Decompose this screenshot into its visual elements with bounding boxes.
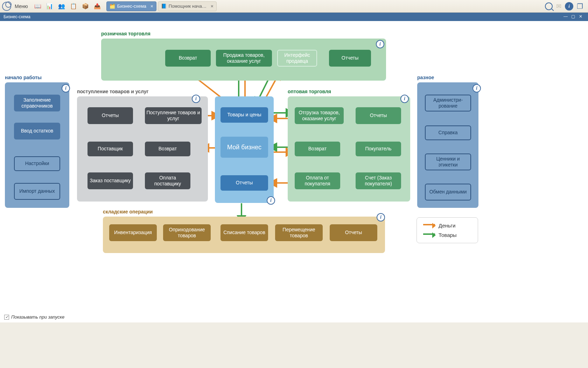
node-wh-move[interactable]: Перемещение товаров: [275, 224, 323, 241]
node-enter-bal[interactable]: Ввод остатков: [14, 123, 60, 139]
node-sup-pay[interactable]: Оплата поставщику: [145, 172, 190, 189]
node-wh-in[interactable]: Оприходование товаров: [163, 224, 211, 241]
node-c-reports[interactable]: Отчеты: [220, 175, 268, 191]
info-badge-retail[interactable]: i: [376, 40, 384, 48]
node-m-exch[interactable]: Обмен данными: [425, 184, 471, 200]
toolbar-icon-2[interactable]: 📊: [45, 1, 55, 11]
main-toolbar: Меню 📖 📊 👥 📋 📦 📤 🗂️ Бизнес-схема × 📘 Пом…: [0, 0, 588, 13]
diagram-canvas: Деньги Товары ✓ Показывать при запуске н…: [0, 21, 588, 322]
zone-title-supply: поступление товаров и услуг: [77, 89, 148, 94]
show-on-start-label: Показывать при запуске: [11, 314, 64, 320]
node-wh-rep[interactable]: Отчеты: [330, 224, 377, 241]
node-sup-order[interactable]: Заказ поставщику: [88, 172, 133, 189]
legend-goods: Товары: [423, 232, 471, 238]
tab-business-scheme[interactable]: 🗂️ Бизнес-схема ×: [106, 1, 156, 11]
mail-icon[interactable]: ✉: [556, 2, 561, 10]
toolbar-icon-5[interactable]: 📦: [80, 1, 90, 11]
window-header: Бизнес-схема — ▢ ✕: [0, 13, 588, 21]
node-m-admin[interactable]: Администри- рование: [425, 95, 471, 111]
node-sup-return[interactable]: Возврат: [145, 142, 190, 156]
menu-button[interactable]: Меню: [15, 4, 28, 9]
node-w-return[interactable]: Возврат: [295, 142, 340, 156]
node-m-help[interactable]: Справка: [425, 125, 471, 140]
info-badge-center[interactable]: i: [267, 196, 275, 205]
zone-title-whsl: оптовая торговля: [288, 89, 331, 94]
toolbar-icon-4[interactable]: 📋: [69, 1, 78, 11]
info-badge-supply[interactable]: i: [192, 95, 200, 103]
footer: ✓ Показывать при запуске: [0, 312, 69, 322]
node-ret-seller[interactable]: Интерфейс продавца: [277, 50, 317, 67]
maximize-icon[interactable]: ▢: [571, 14, 577, 20]
tab-label: Помощник нача…: [169, 4, 206, 9]
info-badge-misc[interactable]: i: [472, 84, 481, 93]
toolbar-right: ✉ i ❐: [545, 2, 586, 11]
legend-goods-label: Товары: [439, 232, 457, 238]
zone-title-warehouse: складские операции: [103, 209, 153, 214]
tab-icon: 🗂️: [110, 4, 115, 9]
node-w-reports[interactable]: Отчеты: [356, 107, 401, 124]
node-w-pay[interactable]: Оплата от покупателя: [295, 172, 340, 189]
toolbar-icon-1[interactable]: 📖: [33, 1, 43, 11]
node-import[interactable]: Импорт данных: [14, 183, 60, 200]
app-logo-icon[interactable]: [2, 2, 11, 11]
node-c-goods[interactable]: Товары и цены: [220, 107, 268, 123]
windows-icon[interactable]: ❐: [577, 2, 583, 11]
node-settings[interactable]: Настройки: [14, 156, 60, 171]
close-icon[interactable]: ✕: [579, 14, 584, 20]
tab-close-icon[interactable]: ×: [150, 4, 153, 9]
node-w-ship[interactable]: Отгрузка товаров, оказание услуг: [295, 107, 344, 124]
node-sup-receipt[interactable]: Поступление товаров и услуг: [145, 107, 202, 124]
node-ret-return[interactable]: Возврат: [165, 50, 211, 67]
node-m-price[interactable]: Ценники и этикетки: [425, 154, 471, 170]
node-ret-reports[interactable]: Отчеты: [329, 50, 371, 67]
legend-box: Деньги Товары: [416, 217, 478, 243]
toolbar-icon-3[interactable]: 👥: [57, 1, 66, 11]
info-badge-whsl[interactable]: i: [400, 95, 409, 103]
node-w-buyer[interactable]: Покупатель: [356, 142, 401, 156]
minimize-icon[interactable]: —: [564, 14, 569, 20]
node-ret-sale[interactable]: Продажа товаров, оказание услуг: [216, 50, 272, 67]
toolbar-icon-6[interactable]: 📤: [92, 1, 102, 11]
node-sup-supplier[interactable]: Поставщик: [88, 142, 133, 156]
tab-icon: 📘: [161, 4, 167, 9]
zone-title-misc: разное: [417, 75, 434, 80]
legend-money-label: Деньги: [439, 223, 455, 229]
tab-close-icon[interactable]: ×: [211, 4, 214, 9]
legend-money: Деньги: [423, 223, 471, 229]
window-title: Бизнес-схема: [4, 14, 30, 19]
node-sup-reports[interactable]: Отчеты: [88, 107, 133, 124]
node-wh-out[interactable]: Списание товаров: [220, 224, 268, 241]
node-c-biz[interactable]: Мой бизнес: [220, 137, 268, 158]
node-wh-inv[interactable]: Инвентаризация: [109, 224, 157, 241]
show-on-start-checkbox[interactable]: ✓: [4, 315, 9, 320]
tab-bar: 🗂️ Бизнес-схема × 📘 Помощник нача… ×: [106, 1, 217, 11]
info-badge-warehouse[interactable]: i: [377, 213, 385, 222]
search-icon[interactable]: [545, 2, 553, 10]
node-fill-ref[interactable]: Заполнение справочников: [14, 95, 60, 111]
info-badge-start[interactable]: i: [62, 84, 70, 93]
info-icon[interactable]: i: [565, 2, 573, 11]
zone-title-retail: розничная торговля: [101, 31, 150, 36]
tab-label: Бизнес-схема: [117, 4, 146, 9]
tab-assistant[interactable]: 📘 Помощник нача… ×: [158, 1, 217, 11]
node-w-order[interactable]: Счет (Заказ покупателя): [356, 172, 401, 189]
zone-title-start: начало работы: [5, 75, 42, 80]
